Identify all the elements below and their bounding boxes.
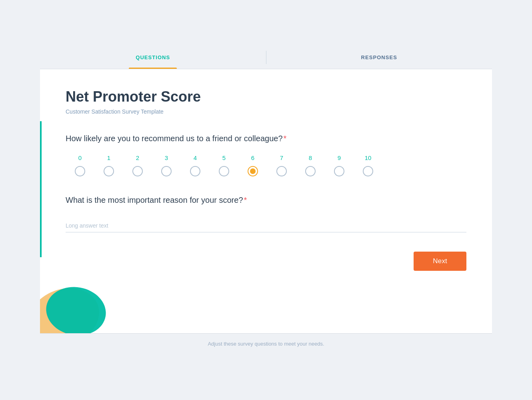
- nps-num-3: 3: [152, 154, 181, 161]
- footer-text: Adjust these survey questions to meet yo…: [208, 341, 324, 347]
- nps-numbers-row: 0 1 2 3 4 5 6 7 8 9 10: [66, 154, 466, 161]
- nps-radio-7[interactable]: [276, 166, 287, 176]
- nps-num-10: 10: [354, 154, 382, 161]
- question-1: How likely are you to recommend us to a …: [66, 134, 466, 176]
- svg-point-0: [40, 278, 108, 333]
- nps-radio-wrap-2: [123, 166, 152, 176]
- svg-point-1: [42, 282, 110, 333]
- nps-radio-9[interactable]: [334, 166, 344, 176]
- question-2-text-content: What is the most important reason for yo…: [66, 196, 243, 204]
- nps-radio-wrap-3: [152, 166, 181, 176]
- nps-radio-wrap-9: [325, 166, 354, 176]
- long-answer-input[interactable]: [66, 219, 466, 232]
- nps-scale: 0 1 2 3 4 5 6 7 8 9 10: [66, 154, 466, 176]
- nps-num-6: 6: [238, 154, 267, 161]
- nps-radio-wrap-1: [94, 166, 123, 176]
- question-1-text-content: How likely are you to recommend us to a …: [66, 134, 283, 143]
- nps-radio-10[interactable]: [363, 166, 373, 176]
- question-2-required-star: *: [244, 196, 247, 204]
- question-2: What is the most important reason for yo…: [66, 196, 466, 252]
- nps-num-1: 1: [94, 154, 123, 161]
- question-2-text: What is the most important reason for yo…: [66, 196, 466, 205]
- nps-num-9: 9: [325, 154, 354, 161]
- nps-radio-1[interactable]: [104, 166, 114, 176]
- tab-questions[interactable]: QUESTIONS: [40, 46, 266, 69]
- next-button[interactable]: Next: [414, 252, 466, 271]
- question-1-required-star: *: [284, 134, 287, 143]
- nps-radio-8[interactable]: [305, 166, 316, 176]
- nps-radio-5[interactable]: [219, 166, 229, 176]
- nps-num-2: 2: [123, 154, 152, 161]
- footer: Adjust these survey questions to meet yo…: [40, 333, 492, 354]
- nps-radio-wrap-5: [210, 166, 238, 176]
- nps-radio-3[interactable]: [161, 166, 172, 176]
- nps-radio-wrap-6: [238, 166, 267, 176]
- page-title: Net Promoter Score: [66, 88, 466, 105]
- nps-radio-0[interactable]: [75, 166, 85, 176]
- card-subtitle: Customer Satisfaction Survey Template: [66, 108, 466, 115]
- nps-radio-wrap-4: [181, 166, 210, 176]
- question-1-text: How likely are you to recommend us to a …: [66, 134, 466, 143]
- nps-radios-row: [66, 166, 466, 176]
- page-wrapper: QUESTIONS RESPONSES Net Promoter Score C…: [40, 46, 492, 354]
- nps-radio-6[interactable]: [248, 166, 258, 176]
- nps-num-7: 7: [267, 154, 296, 161]
- nps-num-0: 0: [66, 154, 94, 161]
- main-card: Net Promoter Score Customer Satisfaction…: [40, 69, 492, 333]
- tab-bar: QUESTIONS RESPONSES: [40, 46, 492, 69]
- nps-radio-2[interactable]: [132, 166, 143, 176]
- nps-radio-wrap-8: [296, 166, 325, 176]
- button-row: Next: [66, 252, 466, 277]
- nps-radio-wrap-7: [267, 166, 296, 176]
- nps-num-8: 8: [296, 154, 325, 161]
- nps-num-5: 5: [210, 154, 238, 161]
- tab-questions-label: QUESTIONS: [136, 54, 170, 60]
- tab-responses[interactable]: RESPONSES: [266, 46, 492, 69]
- nps-num-4: 4: [181, 154, 210, 161]
- tab-responses-label: RESPONSES: [361, 54, 397, 60]
- left-accent-bar: [40, 121, 42, 257]
- nps-radio-4[interactable]: [190, 166, 200, 176]
- nps-radio-wrap-10: [354, 166, 382, 176]
- nps-radio-wrap-0: [66, 166, 94, 176]
